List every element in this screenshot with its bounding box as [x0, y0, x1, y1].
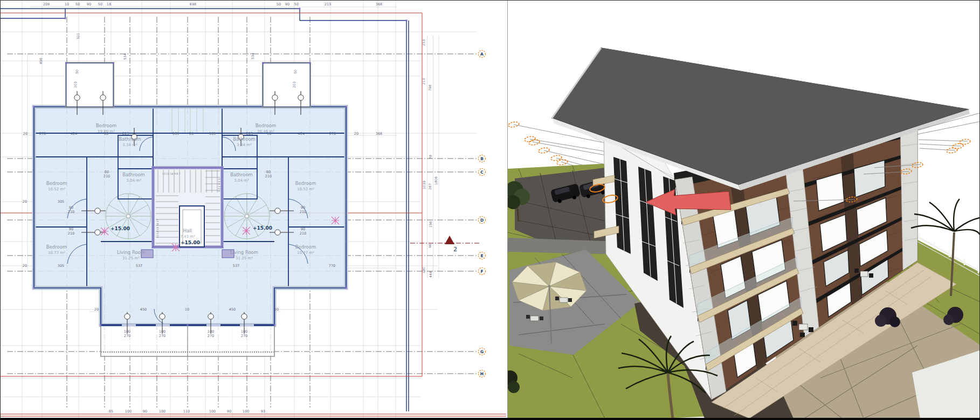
dim-label: 798 [428, 85, 432, 91]
dim-label: 100 [125, 409, 132, 414]
dim-label: 20 [189, 132, 194, 136]
dim-label: 90 [285, 2, 289, 6]
room-area: 3.04 m² [126, 178, 141, 183]
dim-label: 85 [109, 409, 113, 414]
dim-label: 225 [122, 132, 129, 136]
dim-label: 203 [73, 81, 77, 88]
dim-label: 1806 [434, 176, 438, 185]
dim-label: 18 [107, 2, 111, 6]
room-area: 31.25 m² [122, 256, 140, 260]
dim-label: 90 [227, 409, 231, 414]
grid-bubble-a[interactable]: A [479, 51, 486, 58]
room-label: Bedroom [295, 244, 316, 250]
dim-label: 100 [209, 409, 216, 414]
dim-label: 10 [104, 132, 108, 136]
opening-tag-h: 210 [265, 174, 272, 178]
dim-label: 50 [277, 2, 281, 6]
opening-tag-w: 100 [241, 329, 247, 334]
dim-label: 10 [267, 132, 271, 136]
3d-viewport[interactable] [507, 1, 980, 418]
opening-tag-w: 90 [301, 227, 305, 231]
dim-label: 50 [75, 70, 79, 74]
dim-label: 96 [428, 244, 432, 248]
room-label: Bedroom [96, 123, 116, 128]
dim-label: 20 [23, 199, 27, 204]
dim-label: 321 [76, 33, 80, 39]
opening-tag-h: 210 [300, 210, 306, 214]
room-label: Bedroom [295, 181, 316, 186]
opening-tag-h: 270 [208, 334, 214, 338]
dim-label: 93 [261, 409, 265, 414]
dim-label: 90 [87, 2, 91, 6]
elevation-label: +15.00 [111, 226, 130, 231]
room-label: Bedroom [46, 244, 67, 250]
dim-label: 50 [98, 2, 102, 6]
dim-label: 450 [140, 307, 147, 312]
dim-label: 368 [376, 2, 382, 6]
stair-numbers-left: 13 14 15 16 17 [156, 219, 159, 238]
svg-text:A: A [480, 52, 484, 57]
dim-label: 10 [65, 2, 69, 6]
elevation-label: +15.00 [253, 225, 272, 231]
grid-bubble-h[interactable]: H [479, 370, 486, 377]
dim-label: 496 [39, 58, 43, 64]
opening-tag-w: 100 [159, 329, 165, 334]
room-area: 3.34 m² [237, 143, 252, 147]
svg-text:F: F [480, 269, 483, 274]
dim-label: 534 [123, 53, 127, 60]
room-area: 31.25 m² [236, 256, 253, 260]
svg-text:C: C [480, 170, 484, 175]
dim-label: 100 [243, 409, 249, 414]
grid-bubble-g[interactable]: G [479, 348, 486, 355]
dim-label: 20 [23, 132, 27, 136]
cad-workspace: 12 11 10 9 8 7 13 14 15 16 17 6 5 4 3 2 … [0, 0, 980, 420]
elevation-label: +15.00 [181, 240, 200, 245]
opening-tag-h: 210 [68, 231, 74, 236]
dim-label: 90 [143, 409, 147, 414]
room-area: 3.34 m² [122, 143, 137, 147]
room-label: Bedroom [46, 181, 67, 186]
room-label: Bathroom [119, 136, 141, 142]
floor-plan-viewport[interactable]: 12 11 10 9 8 7 13 14 15 16 17 6 5 4 3 2 … [1, 1, 507, 418]
dim-label: 537 [233, 264, 239, 268]
opening-tag-w: 100 [208, 329, 214, 334]
grid-bubble-b[interactable]: B [479, 155, 486, 162]
grid-bubble-f[interactable]: F [479, 268, 486, 275]
dim-label: 169 [209, 132, 216, 136]
opening-tag-w: 100 [124, 329, 130, 334]
room-area: 20.46 m² [257, 129, 274, 134]
room-label: Bathroom [230, 172, 253, 177]
dim-label: 169 [172, 132, 179, 136]
floor-plan-drawing: 12 11 10 9 8 7 13 14 15 16 17 6 5 4 3 2 … [1, 1, 507, 418]
grid-bubble-d[interactable]: D [479, 217, 486, 224]
room-label: Bedroom [256, 123, 276, 128]
dim-label: 20 [354, 132, 358, 136]
dim-label: 424 [71, 132, 77, 136]
svg-text:H: H [480, 371, 484, 376]
stair-numbers-right: 6 5 4 3 2 1 [218, 178, 220, 192]
dim-label: 253 [422, 39, 425, 46]
svg-text:B: B [480, 156, 484, 161]
section-marker-number: 2 [453, 246, 457, 253]
dim-label: 270 [329, 132, 336, 136]
dim-label: 424 [298, 132, 305, 136]
section-marker[interactable]: 2 [410, 236, 479, 253]
grid-bubble-c[interactable]: C [479, 169, 486, 176]
room-label: Living Room [230, 250, 258, 255]
svg-text:G: G [480, 349, 484, 354]
dim-label: 770 [329, 264, 335, 268]
opening-tag-w: 90 [69, 205, 73, 210]
room-area: 10.77 m² [297, 251, 314, 255]
room-area: 10.52 m² [48, 187, 65, 191]
room-area: 10.77 m² [48, 251, 65, 255]
dim-label: 1039 [422, 181, 426, 189]
dim-label: 209 [43, 2, 50, 6]
dim-label: 267 [428, 183, 432, 190]
svg-text:D: D [480, 218, 484, 223]
dim-label: 270 [39, 132, 46, 136]
grid-bubble-e[interactable]: E [479, 252, 486, 259]
dim-label: 450 [229, 307, 236, 312]
opening-tag-w: 90 [69, 227, 73, 231]
dim-label: 305 [58, 264, 64, 268]
room-area: 10.52 m² [297, 187, 314, 191]
